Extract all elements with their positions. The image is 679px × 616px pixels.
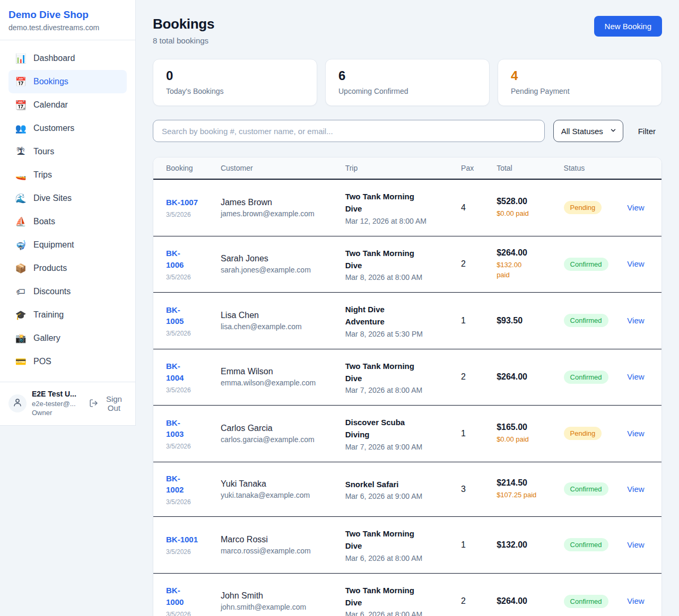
table-row: BK-1001 3/5/2026 Marco Rossi marco.rossi… (153, 517, 661, 574)
stat-card: 0 Today's Bookings (153, 59, 317, 106)
booking-id-link[interactable]: BK- 1004 (166, 360, 208, 384)
booking-id-link[interactable]: BK- 1000 (166, 585, 208, 608)
status-badge: Confirmed (564, 258, 608, 271)
new-booking-button[interactable]: New Booking (594, 16, 662, 37)
column-header-total: Total (490, 157, 557, 179)
stat-card: 6 Upcoming Confirmed (325, 59, 490, 106)
booking-date: 3/5/2026 (166, 386, 208, 394)
booking-id-link[interactable]: BK- 1003 (166, 417, 208, 441)
table-header: BookingCustomerTripPaxTotalStatus (153, 157, 661, 179)
sidebar-item-label: Products (33, 263, 67, 273)
customer-name: Emma Wilson (221, 367, 333, 376)
table-row: BK-1007 3/5/2026 James Brown james.brown… (153, 179, 661, 236)
view-link[interactable]: View (627, 485, 644, 494)
trip-datetime: Mar 8, 2026 at 5:30 PM (345, 330, 448, 338)
gallery-icon: 📸 (15, 334, 27, 343)
view-link[interactable]: View (627, 316, 644, 325)
sidebar-item-bookings[interactable]: 📅 Bookings (8, 70, 127, 93)
paid-amount: $0.00 paid (497, 435, 551, 445)
sidebar-item-customers[interactable]: 👥 Customers (8, 117, 127, 140)
sidebar-item-pos[interactable]: 💳 POS (8, 350, 127, 373)
trip-name: Two Tank Morning Dive (345, 527, 425, 552)
sidebar-item-training[interactable]: 🎓 Training (8, 303, 127, 327)
user-email: e2e-tester@... (32, 400, 84, 408)
status-select-wrap: All Statuses (553, 120, 623, 142)
trip-name: Two Tank Morning Dive (345, 584, 425, 609)
stats-row: 0 Today's Bookings 6 Upcoming Confirmed … (153, 59, 662, 106)
sidebar-item-equipment[interactable]: 🤿 Equipment (8, 233, 127, 257)
pax-count: 1 (461, 316, 484, 325)
booking-date: 3/5/2026 (166, 498, 208, 506)
sidebar-item-label: Dashboard (33, 54, 75, 63)
customer-email: marco.rossi@example.com (221, 547, 333, 555)
sidebar-item-dive-sites[interactable]: 🌊 Dive Sites (8, 187, 127, 210)
status-badge: Confirmed (564, 538, 608, 551)
view-link[interactable]: View (627, 203, 644, 212)
discounts-icon: 🏷 (15, 287, 27, 296)
pos-icon: 💳 (15, 357, 27, 366)
status-select[interactable]: All Statuses (553, 120, 623, 142)
booking-id-link[interactable]: BK-1007 (166, 197, 208, 208)
sidebar-item-discounts[interactable]: 🏷 Discounts (8, 280, 127, 303)
view-link[interactable]: View (627, 540, 644, 549)
customer-name: John Smith (221, 591, 333, 601)
sidebar-item-label: Discounts (33, 287, 71, 296)
column-header-trip: Trip (339, 157, 455, 179)
booking-id-link[interactable]: BK-1001 (166, 534, 208, 545)
table-row: BK- 1002 3/5/2026 Yuki Tanaka yuki.tanak… (153, 462, 661, 517)
sidebar-item-label: Boats (33, 217, 55, 226)
booking-id-link[interactable]: BK- 1006 (166, 248, 208, 271)
view-link[interactable]: View (627, 429, 644, 438)
column-header-customer: Customer (214, 157, 339, 179)
column-header-booking: Booking (153, 157, 214, 179)
sidebar-item-label: Dive Sites (33, 193, 72, 203)
table-row: BK- 1003 3/5/2026 Carlos Garcia carlos.g… (153, 406, 661, 462)
user-name: E2E Test U... (32, 390, 84, 398)
dashboard-icon: 📊 (15, 54, 27, 63)
search-input[interactable] (153, 120, 545, 142)
status-badge: Confirmed (564, 482, 608, 496)
sidebar-item-gallery[interactable]: 📸 Gallery (8, 327, 127, 350)
user-role: Owner (32, 409, 84, 417)
total-amount: $214.50 (497, 478, 551, 488)
dive-sites-icon: 🌊 (15, 194, 27, 203)
brand: Demo Dive Shop demo.test.divestreams.com (0, 0, 135, 40)
booking-date: 3/5/2026 (166, 211, 208, 218)
booking-id-link[interactable]: BK- 1005 (166, 304, 208, 328)
booking-date: 3/5/2026 (166, 443, 208, 450)
bookings-table-card: BookingCustomerTripPaxTotalStatus BK-100… (153, 157, 662, 616)
sidebar-user-footer: E2E Test U... e2e-tester@... Owner Sign … (0, 382, 135, 425)
column-header-pax: Pax (455, 157, 490, 179)
total-amount: $93.50 (497, 316, 551, 325)
sidebar-item-tours[interactable]: 🏝 Tours (8, 140, 127, 163)
sidebar-item-boats[interactable]: ⛵ Boats (8, 210, 127, 233)
booking-date: 3/5/2026 (166, 330, 208, 337)
sidebar-item-dashboard[interactable]: 📊 Dashboard (8, 47, 127, 70)
sidebar-item-trips[interactable]: 🚤 Trips (8, 163, 127, 187)
sidebar-item-calendar[interactable]: 📆 Calendar (8, 93, 127, 117)
pax-count: 2 (461, 259, 484, 269)
table-row: BK- 1000 3/5/2026 John Smith john.smith@… (153, 573, 661, 616)
view-link[interactable]: View (627, 372, 644, 381)
sidebar-item-label: Bookings (33, 77, 68, 86)
booking-date: 3/5/2026 (166, 548, 208, 556)
filter-controls: All Statuses Filter (153, 120, 662, 142)
sidebar-item-products[interactable]: 📦 Products (8, 257, 127, 280)
customer-email: sarah.jones@example.com (221, 266, 333, 274)
filter-button[interactable]: Filter (632, 122, 662, 140)
pax-count: 2 (461, 596, 484, 606)
status-badge: Pending (564, 201, 602, 214)
sign-out-button[interactable]: Sign Out (89, 394, 127, 412)
customer-name: Lisa Chen (221, 311, 333, 320)
page-header: Bookings 8 total bookings New Booking (153, 16, 662, 45)
sidebar-item-label: Trips (33, 170, 52, 180)
pax-count: 2 (461, 372, 484, 382)
user-icon (13, 398, 22, 409)
sidebar-item-label: Customers (33, 124, 74, 133)
view-link[interactable]: View (627, 259, 644, 268)
customer-name: Carlos Garcia (221, 424, 333, 433)
view-link[interactable]: View (627, 596, 644, 605)
booking-id-link[interactable]: BK- 1002 (166, 473, 208, 496)
calendar-icon: 📆 (15, 101, 27, 110)
sidebar-nav: 📊 Dashboard 📅 Bookings 📆 Calendar 👥 Cust… (0, 40, 135, 379)
